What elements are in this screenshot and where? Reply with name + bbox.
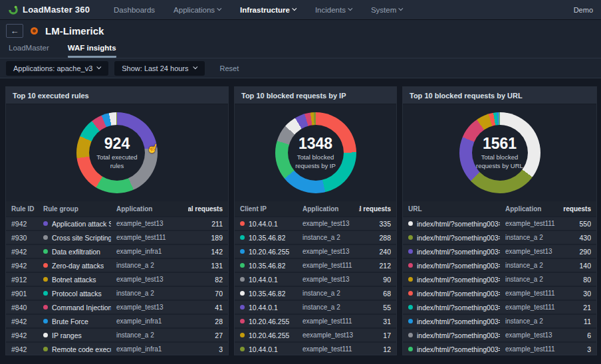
back-button[interactable]: ← [6, 24, 23, 38]
nav-item-incidents[interactable]: Incidents [315, 6, 352, 14]
table-row[interactable]: 10.44.0.1example_test1390 [235, 273, 396, 286]
row-label: 10.20.46.255 [249, 318, 289, 325]
row-application-cell: example_test13 [302, 248, 354, 255]
table-row[interactable]: 10.35.46.82instance_a 268 [235, 287, 396, 300]
row-total-cell: 288 [359, 234, 391, 242]
rule-id-cell: #901 [11, 290, 38, 298]
legend-dot-icon [43, 277, 48, 282]
total-value: 1561 [483, 136, 517, 151]
table-row[interactable]: #942Zero-day attacksinstance_a 2131 [6, 259, 228, 272]
chevron-down-icon [217, 6, 221, 11]
table-row[interactable]: index/html/?something003=...example_test… [403, 217, 596, 230]
table-row[interactable]: #942Data exfiltrationexample_infra1142 [6, 245, 228, 258]
donut-chart[interactable]: 924 Total executed rules [76, 112, 158, 193]
table-row[interactable]: index/html/?something003=...example_test… [403, 329, 596, 341]
card-title: Top 10 blocked requests by URL [403, 87, 596, 104]
column-header: Total requests [562, 205, 591, 213]
row-label-cell: index/html/?something003=... [408, 234, 500, 242]
row-application-cell: eexample_test13 [302, 331, 354, 339]
row-label: index/html/?something003=... [417, 331, 500, 339]
time-range-dropdown[interactable]: Show: Last 24 hours [114, 61, 204, 76]
legend-dot-icon [240, 249, 245, 254]
nav-item-infrastructure[interactable]: Infrastructure [240, 6, 297, 14]
legend-dot-icon [408, 277, 413, 282]
row-label-cell: index/html/?something003=... [408, 345, 500, 353]
row-application-cell: example_test13 [116, 220, 183, 227]
table-row[interactable]: 10.35.46.82example_test111212 [235, 259, 396, 272]
legend-dot-icon [408, 249, 413, 254]
row-label-cell: index/html/?something003=... [408, 262, 500, 270]
legend-dot-icon [43, 221, 48, 226]
table-row[interactable]: 10.44.0.1instance_a 255 [235, 301, 396, 314]
row-label-cell: 10.35.46.82 [240, 290, 297, 298]
table-body: #942Application attack SQLexample_test13… [6, 217, 228, 355]
row-label-cell: Application attack SQL [43, 220, 111, 228]
table-row[interactable]: 10.44.0.1example_test11112 [235, 343, 396, 355]
main-menu: Dashboards Applications Infrastructure I… [114, 6, 403, 14]
rule-id-cell: #930 [11, 234, 38, 242]
row-label-cell: index/html/?something003=... [408, 276, 500, 284]
row-total-cell: 290 [562, 248, 591, 256]
nav-item-system[interactable]: System [371, 6, 403, 14]
table-row[interactable]: 10.20.46.255example_test11131 [235, 315, 396, 327]
reset-filters-button[interactable]: Reset [220, 64, 239, 72]
row-application-cell: example_test13 [116, 276, 183, 283]
rule-id-cell: #942 [11, 262, 38, 270]
table-row[interactable]: index/html/?something003=...instance_a 2… [403, 231, 596, 244]
legend-dot-icon [408, 263, 413, 268]
table-row[interactable]: index/html/?something003=...example_test… [403, 287, 596, 300]
row-label: index/html/?something003=... [417, 290, 500, 298]
row-total-cell: 189 [188, 234, 223, 242]
table-row[interactable]: 10.20.46.255example_test13240 [235, 245, 396, 258]
donut-chart[interactable]: 1348 Total blocked requests by IP [275, 112, 356, 193]
row-total-cell: 28 [188, 318, 223, 325]
tab-loadmaster[interactable]: LoadMaster [9, 41, 49, 58]
loadmaster-logo[interactable]: LoadMaster 360 [8, 5, 90, 15]
legend-dot-icon [43, 263, 48, 268]
row-label: 10.44.0.1 [249, 345, 278, 353]
table-row[interactable]: #840Command Injectionexample_test1341 [6, 301, 228, 314]
row-label-cell: index/html/?something003=... [408, 318, 500, 325]
row-label: 10.35.46.82 [249, 262, 285, 270]
table-row[interactable]: #901Protocol attacksinstance_a 270 [6, 287, 228, 300]
row-total-cell: 140 [562, 262, 591, 270]
nav-item-dashboards[interactable]: Dashboards [114, 6, 155, 14]
table-row[interactable]: index/html/?something003=...example_test… [403, 301, 596, 314]
table-row[interactable]: #912Botnet attacksexample_test1382 [6, 273, 228, 286]
row-label-cell: Zero-day attacks [43, 262, 111, 270]
legend-dot-icon [240, 235, 245, 240]
brand-name: LoadMaster 360 [23, 5, 90, 15]
table-row[interactable]: #942IP rangesinstance_a 227 [6, 329, 228, 341]
donut-chart[interactable]: 1561 Total blocked requests by URL [459, 112, 541, 193]
table-row[interactable]: 10.35.46.82instance_a 2288 [235, 231, 396, 244]
table-row[interactable]: index/html/?something003=...instance_a 2… [403, 259, 596, 272]
table-row[interactable]: #942Remote code execution (RCE)example_i… [6, 343, 228, 355]
table-row[interactable]: #930Cross site Scripting (XSS)example_te… [6, 231, 228, 244]
row-total-cell: 212 [359, 262, 391, 270]
tab-waf-insights[interactable]: WAF insights [68, 41, 116, 58]
tab-bar: LoadMaster WAF insights [0, 41, 601, 58]
row-application-cell: example_test13 [302, 220, 354, 227]
rule-id-cell: #840 [11, 304, 38, 312]
row-label: Zero-day attacks [52, 262, 104, 270]
table-row[interactable]: #942Application attack SQLexample_test13… [6, 217, 228, 230]
legend-dot-icon [43, 347, 48, 351]
row-application-cell: example_test111 [505, 345, 556, 353]
table-row[interactable]: index/html/?something003=...instance_a 2… [403, 273, 596, 286]
applications-filter-dropdown[interactable]: Applications: apache_v3 [6, 61, 108, 76]
table-row[interactable]: index/html/?something003=...example_test… [403, 245, 596, 258]
user-menu-demo[interactable]: Demo [574, 6, 593, 14]
table-row[interactable]: #942Brute Forceexample_infra128 [6, 315, 228, 327]
row-total-cell: 335 [359, 220, 391, 228]
row-application-cell: example_test13 [302, 276, 354, 283]
table-row[interactable]: index/html/?something003=...example_test… [403, 343, 596, 355]
row-application-cell: instance_a 2 [116, 262, 183, 269]
table-row[interactable]: index/html/?something003=...instance_a 2… [403, 315, 596, 327]
row-label-cell: index/html/?something003=... [408, 248, 500, 256]
donut-chart-area: 924 Total executed rules ☝ [6, 104, 228, 201]
row-label-cell: 10.20.46.255 [240, 318, 297, 325]
table-row[interactable]: 10.20.46.255eexample_test1317 [235, 329, 396, 341]
row-label-cell: Protocol attacks [43, 290, 111, 298]
nav-item-applications[interactable]: Applications [174, 6, 221, 14]
table-row[interactable]: 10.44.0.1example_test13335 [235, 217, 396, 230]
